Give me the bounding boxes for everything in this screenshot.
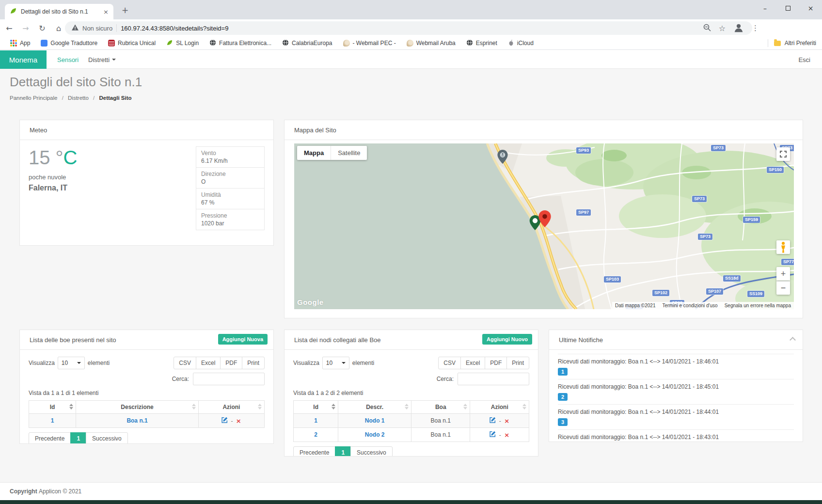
boe-panel: Lista delle boe presenti nel sito Aggiun… bbox=[19, 330, 274, 444]
actions-separator: - bbox=[499, 418, 501, 425]
brand-logo[interactable]: Monema bbox=[0, 50, 47, 69]
profile-avatar[interactable] bbox=[733, 22, 744, 34]
breadcrumb-home[interactable]: Pannello Principale bbox=[10, 95, 57, 101]
pegman-streetview[interactable] bbox=[776, 240, 790, 254]
previous-page-button[interactable]: Precedente bbox=[293, 446, 335, 457]
map-zoom-in-button[interactable]: + bbox=[776, 267, 790, 281]
bookmark-label: Fattura Elettronica... bbox=[219, 40, 271, 47]
edit-icon[interactable] bbox=[490, 418, 496, 425]
nodo-desc-link[interactable]: Nodo 1 bbox=[338, 414, 411, 428]
collapse-chevron-icon[interactable] bbox=[790, 337, 796, 343]
zoom-icon[interactable] bbox=[703, 24, 711, 33]
other-bookmarks[interactable]: Altri Preferiti bbox=[768, 39, 816, 47]
bookmark-icloud[interactable]: iCloud bbox=[508, 39, 534, 47]
column-header-descrizione[interactable]: Descrizione bbox=[76, 401, 199, 414]
export-print-button[interactable]: Print bbox=[242, 357, 265, 369]
map-panel: Mappa del Sito bbox=[284, 120, 803, 318]
bookmark-calabriaeuropa[interactable]: CalabriaEuropa bbox=[282, 39, 332, 47]
column-header-id[interactable]: Id bbox=[29, 401, 76, 414]
column-header-azioni[interactable]: Azioni bbox=[198, 401, 264, 414]
browser-tab[interactable]: Dettagli del sito di Sito n.1 × bbox=[5, 4, 113, 19]
bookmark-esprinet[interactable]: Esprinet bbox=[466, 39, 497, 47]
add-boa-button[interactable]: Aggiungi Nuova bbox=[218, 334, 268, 345]
window-minimize-button[interactable]: – bbox=[754, 0, 776, 16]
nav-item-esci[interactable]: Esci bbox=[798, 50, 810, 69]
security-label[interactable]: Non sicuro bbox=[82, 25, 112, 32]
bookmark-webmail-pec[interactable]: - Webmail PEC - bbox=[343, 40, 396, 47]
map-type-mappa[interactable]: Mappa bbox=[297, 146, 331, 160]
bookmark-sl-login[interactable]: SL Login bbox=[166, 39, 199, 47]
address-bar[interactable]: Non sicuro 160.97.24.43:8580/sitedetails… bbox=[65, 21, 752, 35]
export-print-button[interactable]: Print bbox=[506, 357, 529, 369]
road-badge: SP93 bbox=[576, 147, 591, 154]
road-badge: SS18d bbox=[723, 275, 741, 282]
add-nodo-button[interactable]: Aggiungi Nuovo bbox=[482, 334, 532, 345]
road-badge: SS109 bbox=[747, 291, 764, 297]
stat-label: Umidità bbox=[201, 191, 259, 198]
meteo-panel-title: Meteo bbox=[20, 120, 273, 140]
url-text[interactable]: 160.97.24.43:8580/sitedetails?siteid=9 bbox=[121, 25, 228, 32]
export-pdf-button[interactable]: PDF bbox=[220, 357, 242, 369]
column-header-descr[interactable]: Descr. bbox=[338, 401, 411, 414]
boa-id-link[interactable]: 1 bbox=[29, 414, 76, 428]
edit-icon[interactable] bbox=[221, 418, 228, 425]
bookmark-apps[interactable]: App bbox=[10, 40, 30, 47]
next-page-button[interactable]: Successivo bbox=[350, 446, 393, 457]
nav-item-sensori[interactable]: Sensori bbox=[57, 50, 79, 69]
fullscreen-button[interactable] bbox=[776, 147, 790, 161]
bookmark-rubrica-unical[interactable]: Rubrica Unical bbox=[108, 40, 156, 47]
breadcrumb-distretto[interactable]: Distretto bbox=[68, 95, 89, 101]
previous-page-button[interactable]: Precedente bbox=[29, 432, 71, 444]
delete-icon[interactable]: × bbox=[504, 417, 509, 425]
breadcrumb-current: Dettagli Sito bbox=[99, 95, 132, 101]
window-close-button[interactable]: × bbox=[799, 0, 822, 16]
nodo-desc-link[interactable]: Nodo 2 bbox=[338, 428, 411, 442]
window-controls: – × bbox=[754, 0, 822, 16]
export-pdf-button[interactable]: PDF bbox=[485, 357, 507, 369]
bookmark-google-traduttore[interactable]: Google Traduttore bbox=[41, 40, 97, 47]
column-header-id[interactable]: Id bbox=[294, 401, 338, 414]
page-length-select[interactable]: 10 bbox=[322, 357, 349, 369]
page-length-select[interactable]: 10 bbox=[58, 357, 85, 369]
column-header-azioni[interactable]: Azioni bbox=[470, 401, 529, 414]
bookmark-fattura-elettronica[interactable]: Fattura Elettronica... bbox=[209, 39, 271, 47]
map-type-satellite[interactable]: Satellite bbox=[331, 146, 367, 160]
current-page-button[interactable]: 1 bbox=[70, 432, 86, 444]
window-maximize-button[interactable] bbox=[776, 0, 799, 16]
search-input[interactable] bbox=[458, 373, 529, 385]
delete-icon[interactable]: × bbox=[504, 431, 509, 439]
forward-button[interactable]: → bbox=[18, 24, 33, 33]
next-page-button[interactable]: Successivo bbox=[86, 432, 128, 444]
map-report-link[interactable]: Segnala un errore nella mappa bbox=[725, 303, 791, 308]
export-csv-button[interactable]: CSV bbox=[438, 357, 461, 369]
bookmark-star-icon[interactable]: ☆ bbox=[719, 24, 726, 33]
column-header-boa[interactable]: Boa bbox=[411, 401, 470, 414]
table-info: Vista da 1 a 2 di 2 elementi bbox=[293, 390, 529, 396]
browser-menu-icon[interactable]: ⋮ bbox=[752, 24, 759, 32]
reload-button[interactable]: ↻ bbox=[35, 24, 49, 33]
search-input[interactable] bbox=[193, 373, 265, 385]
nodo-id-link[interactable]: 2 bbox=[294, 428, 338, 442]
map-zoom-out-button[interactable]: − bbox=[776, 281, 790, 295]
nodo-id-link[interactable]: 1 bbox=[294, 414, 338, 428]
google-logo[interactable]: Google bbox=[297, 298, 324, 306]
globe-icon bbox=[282, 39, 289, 47]
new-tab-button[interactable]: + bbox=[119, 4, 131, 16]
site-marker-red[interactable] bbox=[538, 210, 551, 229]
back-button[interactable]: ← bbox=[2, 24, 16, 33]
home-button[interactable]: ⌂ bbox=[51, 24, 66, 33]
google-map[interactable]: SP93 SP73 SP73 SP150 SP73 SP97 SP159 SP7… bbox=[294, 143, 794, 309]
current-page-button[interactable]: 1 bbox=[335, 446, 351, 457]
export-excel-button[interactable]: Excel bbox=[196, 357, 221, 369]
nav-item-distretti[interactable]: Distretti bbox=[88, 50, 116, 69]
export-excel-button[interactable]: Excel bbox=[460, 357, 485, 369]
boa-desc-link[interactable]: Boa n.1 bbox=[76, 414, 199, 428]
bookmark-webmail-aruba[interactable]: Webmail Aruba bbox=[407, 40, 456, 47]
nav-item-label: Distretti bbox=[88, 56, 110, 63]
map-terms-link[interactable]: Termini e condizioni d'uso bbox=[662, 303, 717, 308]
export-csv-button[interactable]: CSV bbox=[174, 357, 196, 369]
delete-icon[interactable]: × bbox=[236, 417, 241, 425]
edit-icon[interactable] bbox=[490, 432, 496, 439]
tab-close-icon[interactable]: × bbox=[103, 8, 109, 16]
site-marker-gray[interactable] bbox=[497, 150, 508, 166]
